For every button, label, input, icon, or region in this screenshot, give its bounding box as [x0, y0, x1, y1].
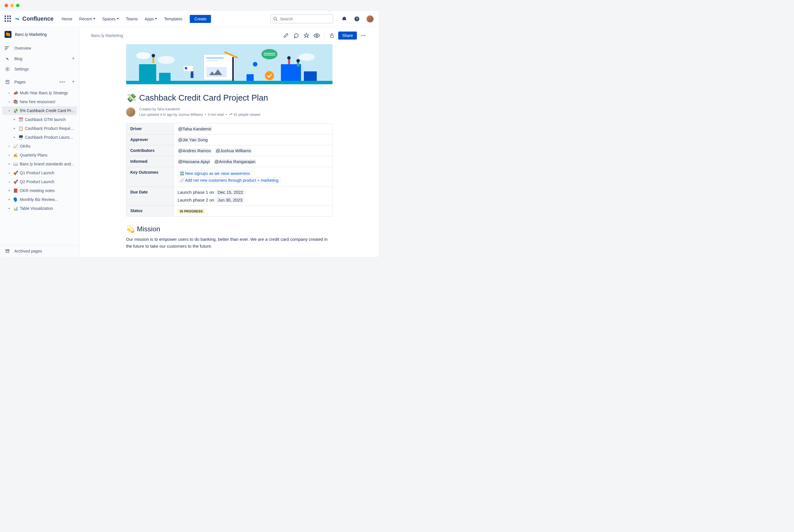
table-header-contributors: Contributors: [126, 145, 173, 156]
tree-item[interactable]: ›📈OKRs: [2, 142, 77, 151]
overview-icon: [5, 45, 10, 51]
share-button[interactable]: Share: [338, 32, 357, 40]
table-header-informed: Informed: [126, 156, 173, 167]
notifications-icon[interactable]: [341, 16, 348, 22]
bullet-icon: •: [12, 117, 17, 122]
search-input[interactable]: [270, 14, 333, 23]
expand-icon[interactable]: ›: [7, 171, 12, 175]
confluence-logo[interactable]: Confluence: [14, 16, 54, 22]
tree-item[interactable]: ›✍️Quarterly Plans: [2, 151, 77, 159]
tree-item[interactable]: ›🚀Q1 Product Launch: [2, 169, 77, 177]
outcome-link[interactable]: 📈Add net new customers through product +…: [178, 177, 281, 183]
bullet-icon: •: [7, 162, 12, 166]
svg-point-41: [261, 49, 278, 59]
table-cell-approver: @Jie Yan Song: [173, 134, 332, 145]
chevron-down-icon: [93, 18, 95, 19]
window-minimize-button[interactable]: [10, 4, 14, 7]
tree-item[interactable]: •🗓️Cashback GTM launch: [2, 115, 77, 124]
bullet-icon: •: [7, 188, 12, 193]
svg-rect-31: [232, 57, 234, 83]
table-cell-driver: @Taha Kandemir: [173, 124, 332, 134]
breadcrumb[interactable]: Banc.ly Marketing: [91, 33, 123, 38]
user-avatar[interactable]: [366, 15, 374, 23]
expand-icon[interactable]: ›: [7, 180, 12, 184]
tree-item[interactable]: •🖥️Cashback Product Launc...: [2, 133, 77, 141]
nav-spaces[interactable]: Spaces: [100, 16, 121, 22]
window-titlebar: [0, 0, 379, 11]
sidebar-settings[interactable]: Settings: [0, 64, 79, 74]
svg-point-20: [136, 52, 151, 59]
add-page-button[interactable]: +: [72, 79, 75, 85]
add-blog-button[interactable]: +: [72, 56, 75, 62]
mission-heading: 💫Mission: [126, 225, 333, 233]
page-header: Banc.ly Marketing Share: [91, 27, 367, 44]
space-header[interactable]: Banc.ly Marketing: [0, 27, 79, 42]
svg-point-18: [364, 35, 365, 36]
page-tree: ›📣Multi-Year Banc.ly Strategy›📚New hire …: [0, 88, 79, 245]
restrictions-icon[interactable]: [328, 32, 336, 40]
svg-point-55: [253, 62, 258, 66]
table-cell-informed: @Hassana Ajayi @Annika Rangarajan: [173, 156, 332, 167]
tree-item[interactable]: •📕OKR meeting notes: [2, 186, 77, 195]
table-cell-outcomes: 🆕New signups as we raise awareness📈Add n…: [173, 167, 332, 187]
table-header-outcomes: Key Outcomes: [126, 167, 173, 187]
expand-icon[interactable]: ›: [7, 144, 12, 148]
mission-body: Our mission is to empower users to do ba…: [126, 236, 333, 250]
app-switcher-icon[interactable]: [5, 16, 12, 22]
svg-point-21: [158, 56, 175, 64]
more-actions-icon[interactable]: [359, 32, 367, 40]
help-icon[interactable]: ?: [354, 16, 360, 22]
svg-rect-54: [185, 67, 187, 69]
tree-item[interactable]: ›📣Multi-Year Banc.ly Strategy: [2, 89, 77, 97]
expand-icon[interactable]: ›: [7, 153, 12, 157]
svg-text:?: ?: [356, 17, 358, 21]
table-cell-due: Launch phase 1 onDec 15, 2022Launch phas…: [173, 187, 332, 206]
sidebar: Banc.ly Marketing Overview Blog+ Setting…: [0, 27, 80, 257]
tree-item[interactable]: ›📚New hire resources!: [2, 97, 77, 106]
tree-item[interactable]: ›🚀Q2 Product Launch: [2, 177, 77, 186]
author-avatar[interactable]: [126, 108, 135, 117]
nav-templates[interactable]: Templates: [162, 16, 185, 22]
svg-rect-26: [206, 57, 224, 59]
confluence-icon: [14, 16, 21, 22]
svg-point-16: [361, 35, 362, 36]
expand-icon[interactable]: ›: [7, 91, 12, 95]
create-button[interactable]: Create: [190, 15, 211, 23]
product-name: Confluence: [22, 16, 54, 22]
tree-item[interactable]: •📊Table Visualization: [2, 204, 77, 213]
nav-teams[interactable]: Teams: [124, 16, 140, 22]
window-maximize-button[interactable]: [16, 4, 19, 7]
chevron-down-icon: [155, 18, 157, 19]
tree-item[interactable]: •📋Cashback Product Requir...: [2, 124, 77, 133]
table-header-approver: Approver: [126, 134, 173, 145]
watch-icon[interactable]: [313, 32, 321, 40]
sidebar-pages[interactable]: Pages•••+: [0, 77, 79, 87]
window-close-button[interactable]: [5, 4, 8, 7]
comment-icon[interactable]: [292, 32, 300, 40]
svg-rect-52: [191, 73, 193, 78]
main-content: Banc.ly Marketing Share: [80, 27, 379, 257]
svg-point-14: [316, 35, 318, 36]
pages-more-icon[interactable]: •••: [60, 80, 65, 84]
edit-icon[interactable]: [282, 32, 290, 40]
outcome-link[interactable]: 🆕New signups as we raise awareness: [178, 171, 252, 176]
tree-item[interactable]: •📖Banc.ly brand standards and...: [2, 160, 77, 168]
sidebar-overview[interactable]: Overview: [0, 43, 79, 53]
nav-home[interactable]: Home: [59, 16, 75, 22]
sidebar-archived[interactable]: Archived pages: [0, 245, 79, 257]
table-cell-contributors: @Andres Ramos @Joshua Williams: [173, 145, 332, 156]
expand-icon[interactable]: ›: [7, 100, 12, 104]
pages-icon: [5, 79, 10, 85]
nav-recent[interactable]: Recent: [77, 16, 97, 22]
table-cell-status: IN PROGRESS: [173, 206, 332, 216]
nav-apps[interactable]: Apps: [143, 16, 160, 22]
svg-rect-39: [152, 57, 154, 63]
status-badge: IN PROGRESS: [178, 209, 205, 213]
expand-icon[interactable]: ›: [7, 109, 12, 113]
bullet-icon: •: [7, 197, 12, 202]
archive-icon: [5, 248, 10, 254]
tree-item[interactable]: ›💸5% Cashback Credit Card Pr...: [2, 106, 77, 115]
sidebar-blog[interactable]: Blog+: [0, 53, 79, 64]
tree-item[interactable]: •🗣️Monthly Biz Review...: [2, 195, 77, 204]
star-icon[interactable]: [302, 32, 310, 40]
